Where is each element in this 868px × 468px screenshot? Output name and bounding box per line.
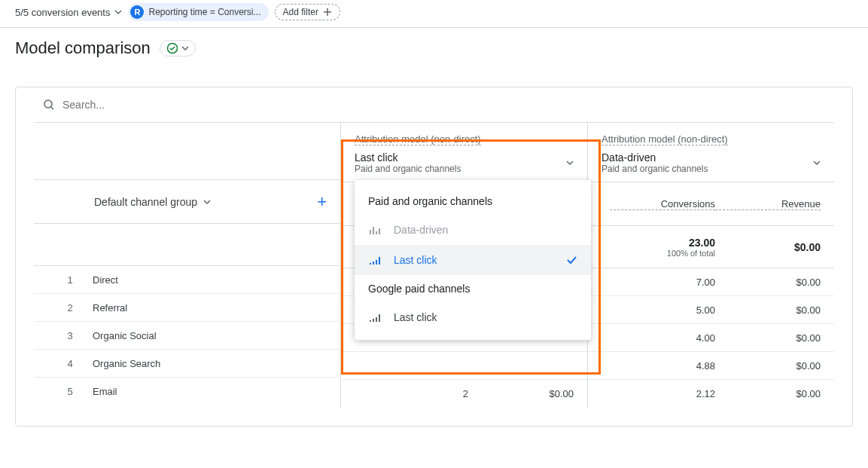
dropdown-option-data-driven: Data-driven <box>355 215 591 245</box>
top-filter-bar: 5/5 conversion events R Reporting time =… <box>0 0 868 28</box>
chevron-down-icon <box>203 198 211 206</box>
model-name: Data-driven <box>602 151 708 164</box>
totals-row: 23.00 100% of total $0.00 <box>588 226 834 268</box>
dropdown-section: Google paid channels <box>355 275 591 302</box>
search-input[interactable] <box>61 98 825 112</box>
model-column-left: Attribution model (non-direct) Last clic… <box>341 123 587 408</box>
reporting-label: Reporting time = Conversi... <box>148 7 260 17</box>
check-circle-icon <box>166 42 178 54</box>
conversion-events-label: 5/5 conversion events <box>15 7 110 18</box>
add-dimension-button[interactable]: + <box>317 192 327 212</box>
dimension-selector[interactable]: Default channel group <box>94 196 211 208</box>
revenue-header: Revenue <box>715 198 821 210</box>
model-dropdown-panel: Paid and organic channels Data-driven La… <box>355 180 591 340</box>
dropdown-option-last-click[interactable]: Last click <box>355 245 591 275</box>
search-icon <box>43 99 55 111</box>
model-selector-right[interactable]: Data-driven Paid and organic channels <box>588 145 834 182</box>
add-filter-label: Add filter <box>283 7 318 17</box>
table-row[interactable]: 2Referral <box>34 294 340 322</box>
reporting-time-chip[interactable]: R Reporting time = Conversi... <box>128 3 268 21</box>
check-icon <box>565 254 577 266</box>
svg-point-1 <box>44 100 52 108</box>
search-row <box>34 87 834 123</box>
chevron-down-icon <box>181 44 189 52</box>
attribution-header: Attribution model (non-direct) <box>355 133 481 145</box>
table-row[interactable]: 4Organic Search <box>34 350 340 378</box>
page-title-row: Model comparison <box>0 28 868 66</box>
dimension-header-row: Default channel group + <box>34 180 340 224</box>
model-sub: Paid and organic channels <box>355 164 461 174</box>
table-row[interactable]: 3Organic Social <box>34 322 340 350</box>
reporting-badge: R <box>130 5 144 19</box>
model-sub: Paid and organic channels <box>602 164 708 174</box>
attribution-header: Attribution model (non-direct) <box>602 133 728 145</box>
chevron-down-icon <box>114 8 122 16</box>
conversions-header: Conversions <box>610 198 715 210</box>
page-title: Model comparison <box>15 38 151 58</box>
comparison-card: Default channel group + 1Direct 2Referra… <box>15 87 853 427</box>
conversion-events-filter[interactable]: 5/5 conversion events <box>15 7 122 18</box>
chevron-down-icon <box>566 159 574 167</box>
model-selector-left[interactable]: Last click Paid and organic channels <box>341 145 587 182</box>
table: Default channel group + 1Direct 2Referra… <box>34 123 834 408</box>
total-conversions: 23.00 <box>610 237 715 249</box>
bar-chart-asc-icon <box>368 311 382 323</box>
model-column-right: Attribution model (non-direct) Data-driv… <box>587 123 834 408</box>
bar-chart-asc-icon <box>368 254 382 266</box>
total-revenue: $0.00 <box>715 241 821 253</box>
plus-icon <box>323 8 332 17</box>
dimension-column: Default channel group + 1Direct 2Referra… <box>34 123 341 408</box>
dimension-label: Default channel group <box>94 196 197 208</box>
total-conversions-sub: 100% of total <box>610 249 715 258</box>
add-filter-button[interactable]: Add filter <box>275 4 340 20</box>
bar-chart-icon <box>368 224 382 236</box>
table-row[interactable]: 1Direct <box>34 266 340 294</box>
dropdown-option-google-last-click[interactable]: Last click <box>355 302 591 332</box>
table-row[interactable]: 5Email <box>34 378 340 405</box>
status-dropdown[interactable] <box>160 40 196 57</box>
model-name: Last click <box>355 151 461 164</box>
chevron-down-icon <box>813 159 821 167</box>
dropdown-section: Paid and organic channels <box>355 188 591 215</box>
